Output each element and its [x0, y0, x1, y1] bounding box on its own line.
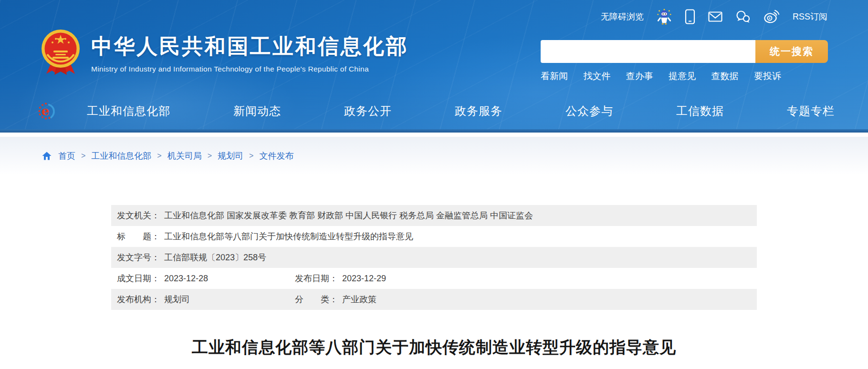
main-nav: e 工业和信息化部 新闻动态 政务公开 政务服务 公众参与 工信数据 专题专栏	[0, 93, 868, 129]
svg-text:e: e	[42, 104, 50, 119]
meta-label: 分 类：	[295, 294, 338, 305]
weibo-icon[interactable]	[763, 10, 780, 24]
search-input[interactable]	[541, 40, 755, 63]
mail-icon[interactable]	[708, 11, 722, 22]
nav-items: 工业和信息化部 新闻动态 政务公开 政务服务 公众参与 工信数据 专题专栏	[87, 103, 835, 119]
breadcrumb-planning-dept[interactable]: 规划司	[218, 150, 243, 162]
breadcrumb-separator: >	[81, 152, 85, 160]
breadcrumb: 首页 > 工业和信息化部 > 机关司局 > 规划司 > 文件发布	[42, 150, 293, 162]
breadcrumb-document-release[interactable]: 文件发布	[259, 150, 293, 162]
meta-label: 发文机关：	[117, 210, 160, 221]
nav-item-news[interactable]: 新闻动态	[233, 103, 281, 119]
breadcrumb-miit[interactable]: 工业和信息化部	[91, 150, 151, 162]
meta-row-publisher-category: 发布机构： 规划司 分 类： 产业政策	[111, 289, 757, 310]
banner-bottom-strip	[0, 129, 868, 133]
meta-label: 发文字号：	[117, 252, 160, 263]
document-meta-table: 发文机关： 工业和信息化部 国家发展改革委 教育部 财政部 中国人民银行 税务总…	[111, 205, 757, 310]
meta-row-dates: 成文日期： 2023-12-28 发布日期： 2023-12-29	[111, 268, 757, 289]
meta-label: 发布日期：	[295, 273, 338, 284]
meta-value: 工信部联规〔2023〕258号	[164, 252, 266, 263]
meta-value: 2023-12-29	[342, 274, 386, 284]
breadcrumb-separator: >	[249, 152, 253, 160]
meta-row-issuing-agency: 发文机关： 工业和信息化部 国家发展改革委 教育部 财政部 中国人民银行 税务总…	[111, 205, 757, 226]
meta-value: 产业政策	[342, 294, 376, 305]
meta-row-document-number: 发文字号： 工信部联规〔2023〕258号	[111, 247, 757, 268]
national-emblem-icon	[41, 27, 81, 78]
quick-links: 看新闻 找文件 查办事 提意见 查数据 要投诉	[541, 70, 781, 82]
quick-link-feedback[interactable]: 提意见	[669, 70, 696, 82]
robot-assistant-icon[interactable]	[657, 9, 672, 25]
nav-item-miit[interactable]: 工业和信息化部	[87, 103, 170, 119]
brand-text: 中华人民共和国工业和信息化部 Ministry of Industry and …	[91, 32, 408, 78]
site-logo[interactable]: 中华人民共和国工业和信息化部 Ministry of Industry and …	[41, 27, 408, 78]
home-icon[interactable]	[42, 152, 52, 160]
mobile-icon[interactable]	[685, 9, 695, 24]
search-button[interactable]: 统一搜索	[755, 40, 828, 63]
main-content: 发文机关： 工业和信息化部 国家发展改革委 教育部 财政部 中国人民银行 税务总…	[0, 205, 868, 359]
quick-link-complaint[interactable]: 要投诉	[754, 70, 781, 82]
quick-link-services[interactable]: 查办事	[626, 70, 653, 82]
nav-item-data[interactable]: 工信数据	[676, 103, 724, 119]
search-area: 统一搜索 看新闻 找文件 查办事 提意见 查数据 要投诉	[541, 40, 828, 82]
wechat-icon[interactable]	[735, 10, 751, 23]
meta-value: 工业和信息化部等八部门关于加快传统制造业转型升级的指导意见	[164, 231, 413, 242]
breadcrumb-band: 首页 > 工业和信息化部 > 机关司局 > 规划司 > 文件发布	[0, 137, 868, 175]
nav-item-gov-info[interactable]: 政务公开	[344, 103, 392, 119]
article-title: 工业和信息化部等八部门关于加快传统制造业转型升级的指导意见	[111, 337, 757, 359]
breadcrumb-separator: >	[157, 152, 161, 160]
nav-item-participation[interactable]: 公众参与	[565, 103, 613, 119]
miit-e-logo-icon: e	[38, 101, 56, 121]
quick-link-files[interactable]: 找文件	[583, 70, 610, 82]
nav-item-gov-services[interactable]: 政务服务	[455, 103, 502, 119]
site-title: 中华人民共和国工业和信息化部	[91, 32, 408, 61]
meta-value: 工业和信息化部 国家发展改革委 教育部 财政部 中国人民银行 税务总局 金融监管…	[164, 210, 533, 221]
accessibility-link[interactable]: 无障碍浏览	[601, 11, 644, 22]
meta-row-title: 标 题： 工业和信息化部等八部门关于加快传统制造业转型升级的指导意见	[111, 226, 757, 247]
breadcrumb-home[interactable]: 首页	[58, 150, 75, 162]
site-banner: 无障碍浏览	[0, 0, 868, 133]
meta-label: 成文日期：	[117, 273, 160, 284]
meta-value: 2023-12-28	[164, 274, 208, 284]
meta-value: 规划司	[164, 294, 190, 305]
breadcrumb-separator: >	[208, 152, 212, 160]
nav-item-special[interactable]: 专题专栏	[787, 103, 835, 119]
breadcrumb-departments[interactable]: 机关司局	[167, 150, 202, 162]
rss-link[interactable]: RSS订阅	[793, 11, 827, 22]
quick-link-data[interactable]: 查数据	[711, 70, 739, 82]
search-box: 统一搜索	[541, 40, 828, 63]
utility-bar: 无障碍浏览	[601, 8, 827, 26]
meta-label: 标 题：	[117, 231, 160, 242]
meta-label: 发布机构：	[117, 294, 160, 305]
site-subtitle: Ministry of Industry and Information Tec…	[91, 65, 408, 73]
quick-link-news[interactable]: 看新闻	[541, 70, 568, 82]
